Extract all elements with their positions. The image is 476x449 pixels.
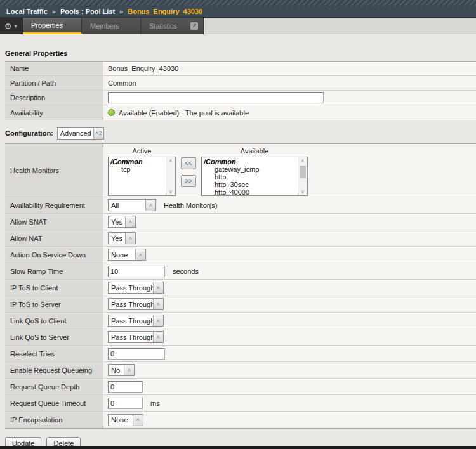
row-label: IP Encapsulation — [5, 412, 103, 428]
list-item-http-30sec[interactable]: http_30sec — [202, 181, 298, 188]
table-row: Request Queue Timeout ms — [5, 395, 476, 412]
scrollbar-thumb[interactable] — [300, 166, 306, 178]
chevron-down-icon: ˄2​ — [93, 128, 103, 139]
listbox-scrollbar[interactable]: ∧ ∨ — [298, 157, 307, 195]
list-item-http[interactable]: http — [202, 173, 298, 181]
row-label: Request Queue Timeout — [5, 395, 103, 411]
table-row: Description — [5, 91, 476, 105]
row-suffix: Health Monitor(s) — [164, 202, 217, 209]
row-label: Link QoS to Client — [5, 313, 103, 329]
availability-requirement-select[interactable]: All ˄ — [108, 199, 156, 211]
configuration-selector-row: Configuration: Advanced ˄2​ — [5, 127, 476, 140]
request-queue-timeout-input[interactable] — [108, 398, 143, 409]
configuration-select[interactable]: Advanced ˄2​ — [57, 127, 104, 140]
row-label: Enable Request Queueing — [5, 362, 103, 378]
ip-tos-to-server-select[interactable]: Pass Through ˄ — [108, 298, 164, 310]
gear-menu-button[interactable]: ⚙ ▼ — [0, 18, 23, 34]
action-on-service-down-select[interactable]: None ˄ — [108, 249, 146, 261]
allow-nat-select[interactable]: Yes ˄ — [108, 232, 136, 244]
chevron-down-icon: ˄ — [133, 415, 143, 426]
scroll-down-icon[interactable]: ∨ — [298, 188, 307, 195]
row-label: Availability Requirement — [5, 197, 103, 213]
scroll-down-icon[interactable]: ∨ — [166, 188, 175, 195]
window-texture-strip — [0, 0, 476, 6]
row-suffix: seconds — [173, 268, 199, 275]
row-label: Request Queue Depth — [5, 379, 103, 394]
configuration-table: Health Monitors Active /Common tcp ∧ — [5, 143, 476, 429]
row-label: Reselect Tries — [5, 346, 103, 361]
listbox-group-label: /Common — [109, 158, 166, 166]
move-to-active-button[interactable]: << — [181, 157, 196, 169]
tab-statistics[interactable]: Statistics ↗ — [141, 18, 204, 34]
ip-encapsulation-select[interactable]: None ˄ — [108, 414, 143, 426]
configuration-label: Configuration: — [5, 129, 53, 137]
table-row: Action On Service Down None ˄ — [5, 247, 476, 263]
availability-status-text: Available (Enabled) - The pool is availa… — [119, 109, 249, 117]
row-label: Allow SNAT — [5, 214, 103, 230]
select-value: No — [109, 365, 124, 375]
chevron-down-icon: ˄ — [125, 216, 135, 227]
list-item-http-40000[interactable]: http_40000 — [202, 188, 298, 195]
chevron-down-icon: ˄ — [153, 315, 163, 326]
link-qos-to-server-select[interactable]: Pass Through ˄ — [108, 331, 164, 343]
table-row: Availability Requirement All ˄ Health Mo… — [5, 197, 476, 214]
select-value: Advanced — [58, 128, 93, 139]
row-label: Slow Ramp Time — [5, 263, 103, 279]
table-row: Link QoS to Client Pass Through ˄ — [5, 313, 476, 329]
breadcrumb-current-pool: Bonus_Enquiry_43030 — [128, 8, 202, 15]
description-input[interactable] — [108, 92, 324, 103]
slow-ramp-time-input[interactable] — [108, 266, 165, 277]
table-row: Allow NAT Yes ˄ — [5, 230, 476, 247]
chevron-down-icon: ▼ — [13, 24, 18, 29]
select-value: Pass Through — [109, 315, 153, 326]
chevron-down-icon: ˄ — [153, 299, 163, 309]
window-bottom-edge — [0, 446, 476, 449]
table-row: IP ToS to Server Pass Through ˄ — [5, 296, 476, 313]
tab-label: Statistics — [149, 22, 177, 30]
table-row: Reselect Tries — [5, 346, 476, 362]
row-label: IP ToS to Server — [5, 296, 103, 312]
list-item-tcp[interactable]: tcp — [109, 166, 166, 173]
table-row: Enable Request Queueing No ˄ — [5, 362, 476, 379]
row-label: Link QoS to Server — [5, 329, 103, 345]
row-label: Action On Service Down — [5, 247, 103, 263]
move-to-available-button[interactable]: >> — [181, 175, 196, 187]
select-value: None — [109, 415, 133, 426]
partition-path-value: Common — [108, 79, 136, 87]
link-qos-to-client-select[interactable]: Pass Through ˄ — [108, 315, 164, 327]
select-value: Yes — [109, 216, 125, 227]
tab-properties[interactable]: Properties — [23, 18, 82, 34]
section-title-general-properties: General Properties — [5, 49, 476, 57]
row-label: IP ToS to Client — [5, 280, 103, 296]
available-monitors-header: Available — [201, 147, 308, 155]
scroll-up-icon[interactable]: ∧ — [298, 157, 307, 164]
status-available-icon — [108, 109, 115, 116]
active-monitors-listbox[interactable]: /Common tcp ∧ ∨ — [108, 157, 176, 196]
listbox-scrollbar[interactable]: ∧ ∨ — [166, 157, 175, 195]
select-value: Pass Through — [109, 299, 153, 309]
breadcrumb-pool-list[interactable]: Pools : Pool List — [60, 8, 115, 15]
table-row: IP Encapsulation None ˄ — [5, 412, 476, 428]
reselect-tries-input[interactable] — [108, 348, 165, 360]
row-label: Health Monitors — [5, 144, 103, 197]
breadcrumb-local-traffic[interactable]: Local Traffic — [6, 8, 48, 15]
table-row: Availability Available (Enabled) - The p… — [5, 105, 476, 120]
table-row: Allow SNAT Yes ˄ — [5, 214, 476, 230]
scroll-up-icon[interactable]: ∧ — [166, 157, 175, 164]
table-row: IP ToS to Client Pass Through ˄ — [5, 280, 476, 296]
active-monitors-header: Active — [108, 147, 176, 155]
ip-tos-to-client-select[interactable]: Pass Through ˄ — [108, 282, 164, 294]
chevron-down-icon: ˄ — [135, 249, 145, 260]
table-row: Partition / Path Common — [5, 76, 476, 91]
table-row: Slow Ramp Time seconds — [5, 263, 476, 280]
listbox-group-label: /Common — [202, 158, 298, 166]
breadcrumb: Local Traffic » Pools : Pool List » Bonu… — [0, 6, 476, 18]
row-suffix: ms — [150, 400, 160, 407]
allow-snat-select[interactable]: Yes ˄ — [108, 216, 136, 228]
tab-label: Properties — [31, 22, 63, 29]
available-monitors-listbox[interactable]: /Common gateway_icmp http http_30sec htt… — [201, 157, 308, 196]
list-item-gateway-icmp[interactable]: gateway_icmp — [202, 166, 298, 173]
tab-members[interactable]: Members — [82, 18, 141, 34]
enable-request-queueing-select[interactable]: No ˄ — [108, 364, 135, 376]
request-queue-depth-input[interactable] — [108, 381, 143, 393]
